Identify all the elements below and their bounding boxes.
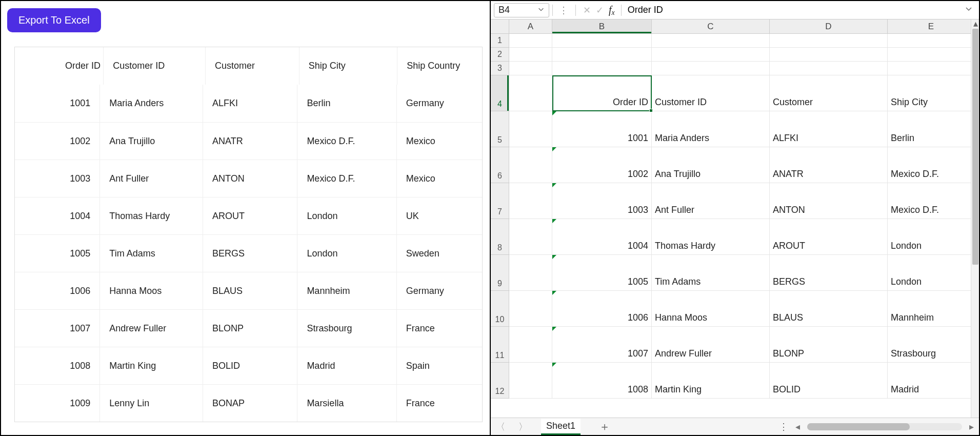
grid-cell[interactable]: BLAUS — [203, 272, 297, 309]
cell[interactable]: BLONP — [770, 327, 888, 363]
cell[interactable]: AROUT — [770, 219, 888, 255]
row-header[interactable]: 1 — [491, 34, 509, 48]
grid-row[interactable]: 1002Ana TrujilloANATRMexico D.F.Mexico — [15, 122, 482, 160]
grid-cell[interactable]: Madrid — [297, 347, 396, 384]
cell[interactable]: Order ID — [552, 75, 652, 111]
grid-cell[interactable]: UK — [397, 197, 482, 234]
grid-cell[interactable]: Mannheim — [297, 272, 396, 309]
cell[interactable]: London — [888, 255, 975, 291]
row-header[interactable]: 9 — [491, 255, 509, 291]
cell[interactable] — [509, 291, 552, 327]
cell[interactable] — [888, 48, 975, 62]
cell[interactable] — [652, 48, 770, 62]
grid-cell[interactable]: Mexico — [397, 160, 482, 197]
cell[interactable]: 1004 — [552, 219, 652, 255]
cell[interactable]: ALFKI — [770, 111, 888, 147]
grid-cell[interactable]: 1009 — [15, 385, 100, 422]
grid-cell[interactable]: ANATR — [203, 123, 297, 160]
cell[interactable] — [509, 363, 552, 399]
cell[interactable]: Ana Trujillo — [652, 147, 770, 183]
row-header[interactable]: 5 — [491, 111, 509, 147]
cell[interactable]: 1005 — [552, 255, 652, 291]
grid-row[interactable]: 1008Martin KingBOLIDMadridSpain — [15, 347, 482, 384]
col-header-d[interactable]: D — [770, 19, 888, 33]
grid-header-cell[interactable]: Customer — [206, 47, 299, 85]
grid-cell[interactable]: 1007 — [15, 310, 100, 347]
grid-cell[interactable]: 1004 — [15, 197, 100, 234]
grid-cell[interactable]: Germany — [397, 85, 482, 122]
cell[interactable]: BLAUS — [770, 291, 888, 327]
cell[interactable]: 1001 — [552, 111, 652, 147]
grid-cell[interactable]: 1008 — [15, 347, 100, 384]
grid-cell[interactable]: Germany — [397, 272, 482, 309]
row-header[interactable]: 10 — [491, 291, 509, 327]
grid-row[interactable]: 1003Ant FullerANTONMexico D.F.Mexico — [15, 160, 482, 197]
name-box[interactable]: B4 — [494, 3, 549, 17]
col-header-b[interactable]: B — [552, 19, 652, 33]
cell[interactable]: Customer ID — [652, 75, 770, 111]
cell[interactable]: Thomas Hardy — [652, 219, 770, 255]
cell[interactable]: ANATR — [770, 147, 888, 183]
cell[interactable] — [509, 34, 552, 48]
add-sheet-button[interactable]: ＋ — [599, 419, 610, 434]
cell[interactable]: Andrew Fuller — [652, 327, 770, 363]
grid-cell[interactable]: ALFKI — [203, 85, 297, 122]
grid-cell[interactable]: ANTON — [203, 160, 297, 197]
horizontal-scrollbar[interactable] — [807, 423, 962, 430]
grid-cell[interactable]: 1001 — [15, 85, 100, 122]
cell[interactable]: Ship City — [888, 75, 975, 111]
select-all-corner[interactable] — [491, 19, 509, 33]
row-header[interactable]: 3 — [491, 62, 509, 75]
prev-sheet-button[interactable]: 〈 — [496, 421, 505, 433]
grid-cell[interactable]: 1005 — [15, 235, 100, 272]
cell[interactable] — [509, 219, 552, 255]
cell[interactable] — [552, 34, 652, 48]
grid-row[interactable]: 1007Andrew FullerBLONPStrasbourgFrance — [15, 309, 482, 347]
grid-cell[interactable]: France — [397, 385, 482, 422]
cell[interactable] — [509, 48, 552, 62]
row-header[interactable]: 12 — [491, 363, 509, 399]
cell[interactable] — [509, 183, 552, 219]
cell[interactable]: Strasbourg — [888, 327, 975, 363]
cell[interactable]: 1007 — [552, 327, 652, 363]
cell[interactable]: Mannheim — [888, 291, 975, 327]
cell[interactable]: Martin King — [652, 363, 770, 399]
grid-cell[interactable]: France — [397, 310, 482, 347]
export-to-excel-button[interactable]: Export To Excel — [7, 8, 101, 32]
col-header-c[interactable]: C — [652, 19, 770, 33]
grid-cell[interactable]: Mexico D.F. — [297, 160, 396, 197]
cancel-icon[interactable]: ✕ — [583, 5, 591, 16]
scroll-right-icon[interactable]: ▸ — [969, 421, 974, 432]
row-header[interactable]: 2 — [491, 48, 509, 62]
cell[interactable]: Customer — [770, 75, 888, 111]
cell[interactable] — [770, 34, 888, 48]
grid-row[interactable]: 1009Lenny LinBONAPMarsiellaFrance — [15, 384, 482, 422]
next-sheet-button[interactable]: 〉 — [518, 421, 528, 433]
grid-cell[interactable]: London — [297, 197, 396, 234]
cell[interactable]: Tim Adams — [652, 255, 770, 291]
cell[interactable] — [652, 34, 770, 48]
grid-cell[interactable]: Berlin — [297, 85, 396, 122]
grid-header-cell[interactable]: Ship Country — [397, 47, 482, 85]
cell[interactable]: Berlin — [888, 111, 975, 147]
grid-cell[interactable]: Thomas Hardy — [100, 197, 203, 234]
grid-cell[interactable]: Ana Trujillo — [100, 123, 203, 160]
grid-row[interactable]: 1005Tim AdamsBERGSLondonSweden — [15, 234, 482, 272]
cell[interactable]: 1002 — [552, 147, 652, 183]
cell[interactable]: Ant Fuller — [652, 183, 770, 219]
grid-header-cell[interactable]: Order ID — [15, 47, 104, 85]
grid-cell[interactable]: Lenny Lin — [100, 385, 203, 422]
grid-cell[interactable]: 1002 — [15, 123, 100, 160]
grid-cell[interactable]: Strasbourg — [297, 310, 396, 347]
chevron-down-icon[interactable] — [962, 5, 976, 15]
grid-cell[interactable]: Hanna Moos — [100, 272, 203, 309]
grid-cell[interactable]: 1003 — [15, 160, 100, 197]
grid-header-cell[interactable]: Ship City — [299, 47, 398, 85]
grid-cell[interactable]: Andrew Fuller — [100, 310, 203, 347]
col-header-e[interactable]: E — [888, 19, 975, 33]
grid-cell[interactable]: Tim Adams — [100, 235, 203, 272]
cell[interactable] — [509, 255, 552, 291]
grid-header-cell[interactable]: Customer ID — [104, 47, 206, 85]
cell[interactable]: BOLID — [770, 363, 888, 399]
cell[interactable] — [770, 48, 888, 62]
